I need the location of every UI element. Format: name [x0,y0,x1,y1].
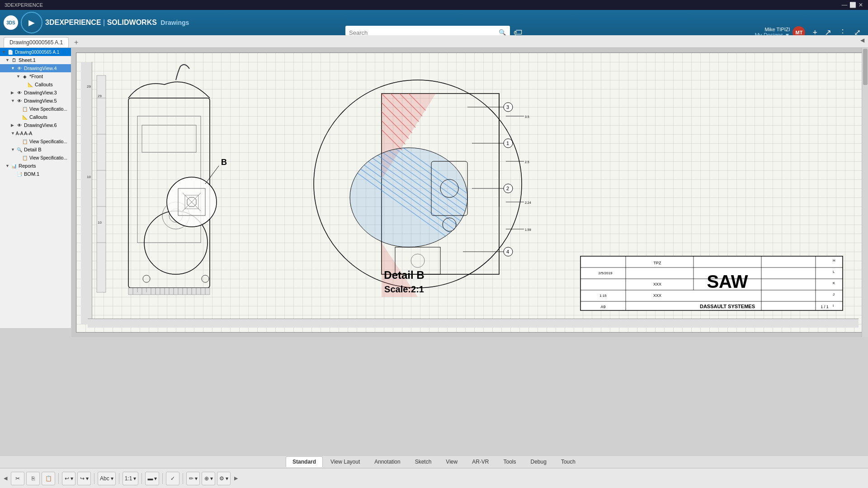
settings-dropdown[interactable]: ▾ [226,475,228,482]
add-point-icon: ⊕ [204,475,209,482]
tree-item-drawingview4[interactable]: ▼ 👁 DrawingView.4 [0,64,71,72]
vscroll-thumb[interactable] [863,49,868,85]
close-button[interactable]: ✕ [858,2,863,8]
tree-item-viewspec3[interactable]: 📋 View Specificatio... [0,154,71,162]
redo-dropdown[interactable]: ▾ [86,475,89,482]
tree-item-callouts2[interactable]: 📐 Callouts [0,113,71,121]
tree-label: Detail B [24,147,42,152]
copy-button[interactable]: ⎘ [26,472,40,485]
spec-icon: 📋 [22,155,28,161]
settings-button[interactable]: ⚙ ▾ [217,472,231,485]
bottom-tab-bar: Standard View Layout Annotation Sketch V… [0,455,868,468]
tree-item-root[interactable]: ▼ 📄 Drawing00000565 A.1 [0,48,71,56]
bom-icon: 📑 [16,171,23,177]
svg-text:TPZ: TPZ [654,261,662,265]
tree-item-viewspec1[interactable]: 📋 View Specificatio... [0,105,71,113]
tabbar: Drawing00000565 A.1 + ◀ [0,35,868,48]
minimize-button[interactable]: — [842,2,847,8]
tab-sketch[interactable]: Sketch [408,456,439,467]
tab-annotation[interactable]: Annotation [368,456,407,467]
svg-text:I: I [833,304,834,308]
tree-item-drawingview5[interactable]: ▼ 👁 DrawingView.5 [0,97,71,105]
zoom-button[interactable]: 1:1 ▾ [123,472,139,485]
drawing-canvas[interactable]: 29 10 [71,48,868,337]
svg-point-14 [143,275,150,282]
draw-dropdown[interactable]: ▾ [195,475,198,482]
tree-label: View Specificatio... [29,139,67,144]
tab-tools[interactable]: Tools [496,456,523,467]
tab-standard[interactable]: Standard [286,456,323,467]
svg-text:2/5/2019: 2/5/2019 [598,271,613,275]
tree-label: Callouts [29,114,47,120]
svg-text:K: K [833,281,835,285]
redo-button[interactable]: ↪ ▾ [77,472,91,485]
draw-button[interactable]: ✏ ▾ [186,472,200,485]
add-point-button[interactable]: ⊕ ▾ [202,472,215,485]
paste-button[interactable]: 📋 [42,472,55,485]
undo-dropdown[interactable]: ▾ [71,475,73,482]
svg-text:3.5: 3.5 [525,115,529,118]
add-point-dropdown[interactable]: ▾ [210,475,213,482]
tree-item-aa[interactable]: ▼ A-A A-A [0,129,71,137]
svg-text:2.24: 2.24 [525,201,531,204]
view-icon: 👁 [16,98,23,104]
toolbar-expand-left[interactable]: ◀ [4,475,7,481]
text-dropdown[interactable]: ▾ [111,475,113,482]
annot-icon: A-A [16,130,23,136]
tab-view-layout[interactable]: View Layout [324,456,367,467]
separator [94,473,94,484]
confirm-button[interactable]: ✓ [166,472,179,485]
callout-icon: 📐 [27,81,33,88]
separator [183,473,183,484]
rect-button[interactable]: ▬ ▾ [145,472,159,485]
confirm-icon: ✓ [170,475,175,482]
tab-ar-vr[interactable]: AR-VR [465,456,495,467]
restore-button[interactable]: ⬜ [850,2,855,8]
rect-icon: ▬ [147,475,153,482]
logo-area: 3DS ▶ 3DEXPERIENCE | SOLIDWORKS Drawings [4,12,189,33]
zoom-dropdown[interactable]: ▾ [133,475,136,482]
app-logo[interactable]: 3DS [4,15,18,30]
active-tab[interactable]: Drawing00000565 A.1 [4,37,69,47]
tab-debug[interactable]: Debug [524,456,553,467]
toolbar-expand-right[interactable]: ▶ [234,475,238,481]
separator [119,473,119,484]
tree-label: DrawingView.6 [24,122,57,128]
view-icon: 👁 [16,89,23,96]
view-icon: 👁 [16,122,23,128]
doc-icon: 📄 [7,49,14,55]
right-view: 3 1 2 4 3.5 2.5 [309,80,549,297]
file-tree-sidebar: ▼ 📄 Drawing00000565 A.1 ▼ 🗒 Sheet.1 ▼ 👁 … [0,48,71,328]
add-tab-button[interactable]: + [71,38,82,47]
tree-item-viewspec2[interactable]: 📋 View Specificatio... [0,137,71,145]
svg-text:J: J [833,292,835,296]
svg-text:B: B [221,158,227,167]
tree-item-drawingview3[interactable]: ▶ 👁 DrawingView.3 [0,89,71,97]
tab-touch[interactable]: Touch [554,456,582,467]
tree-item-detailb[interactable]: ▼ 🔍 Detail B [0,145,71,154]
vertical-scrollbar[interactable] [862,48,868,337]
draw-icon: ✏ [189,475,193,482]
svg-text:10: 10 [98,221,102,225]
face-icon: ◈ [22,73,28,80]
tree-item-bom1[interactable]: 📑 BOM.1 [0,170,71,178]
tree-label: Sheet.1 [19,57,36,63]
tree-item-reports[interactable]: ▼ 📊 Reports [0,162,71,170]
svg-text:XXX: XXX [653,282,661,286]
title-block: TPZ 2/5/2019 SAW XXX XXX DASSAULT SYSTEM… [580,256,843,310]
rect-dropdown[interactable]: ▾ [154,475,157,482]
tree-item-drawingview6[interactable]: ▶ 👁 DrawingView.6 [0,121,71,129]
product-label: SOLIDWORKS [107,19,157,26]
text-button[interactable]: Abc ▾ [98,472,116,485]
undo-button[interactable]: ↩ ▾ [62,472,75,485]
tree-item-callouts1[interactable]: 📐 Callouts [0,80,71,89]
expand-icon: ▼ [2,50,6,54]
tab-view[interactable]: View [439,456,464,467]
tree-label: DrawingView.3 [24,90,57,95]
separator [142,473,142,484]
collapse-sidebar-button[interactable]: ◀ [860,37,864,43]
cut-button[interactable]: ✂ [11,472,24,485]
tree-item-front[interactable]: ▼ ◈ *Front [0,72,71,80]
tree-item-sheet1[interactable]: ▼ 🗒 Sheet.1 [0,56,71,64]
play-button[interactable]: ▶ [21,12,42,33]
